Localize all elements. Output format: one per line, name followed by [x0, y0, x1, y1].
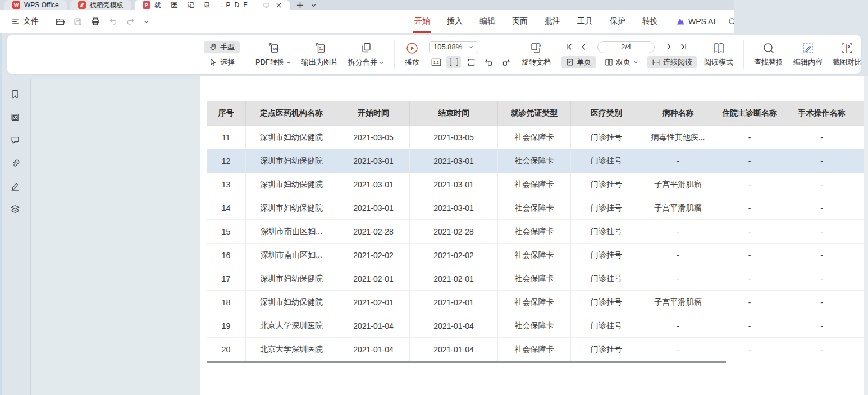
menu-annotate[interactable]: 批注 [543, 14, 561, 29]
first-page-button[interactable] [561, 41, 576, 53]
pdf-convert-button[interactable]: W PDF转换 [250, 42, 296, 67]
double-page-label: 双页 [616, 57, 631, 67]
table-cell: 子宫平滑肌瘤 [642, 173, 714, 196]
rotate-document-icon [529, 42, 543, 55]
next-page-button[interactable] [661, 41, 676, 53]
menu-home[interactable]: 开始 [413, 14, 431, 29]
single-page-label: 单页 [577, 57, 591, 67]
zoom-level-select[interactable]: 105.88% [429, 41, 478, 53]
folder-open-icon[interactable] [55, 16, 65, 26]
last-page-button[interactable] [676, 41, 691, 53]
rotate-left-button[interactable] [481, 56, 496, 68]
new-tab-button[interactable] [293, 1, 307, 10]
fit-page-button[interactable] [464, 56, 478, 68]
double-page-button[interactable]: 双页 [600, 56, 643, 68]
menu-convert[interactable]: 转换 [641, 14, 659, 29]
hamburger-icon [11, 17, 20, 26]
table-row: 20北京大学深圳医院2021-01-042021-01-04社会保障卡门诊挂号-… [207, 338, 866, 361]
table-cell: - [714, 126, 785, 149]
table-cell: 2021-03-01 [410, 173, 498, 196]
wps-ai-menu[interactable]: WPS AI [676, 17, 715, 26]
vertical-scrollbar[interactable] [864, 76, 868, 395]
tab-list-chevron-icon[interactable] [307, 1, 320, 10]
table-cell: 2021-02-01 [337, 291, 410, 314]
table-row: 13深圳市妇幼保健院2021-03-012021-03-01社会保障卡门诊挂号子… [207, 173, 866, 196]
table-cell: - [785, 338, 858, 361]
hand-tool-button[interactable]: 手型 [204, 41, 240, 53]
table-cell: 2021-03-01 [337, 196, 410, 220]
undo-icon[interactable] [108, 17, 118, 26]
single-page-button[interactable]: 单页 [561, 56, 596, 68]
menu-edit[interactable]: 编辑 [478, 14, 496, 29]
layers-icon[interactable] [9, 203, 21, 215]
continuous-read-label: 连续阅读 [663, 57, 692, 67]
table-cell: 深圳市妇幼保健院 [246, 149, 337, 173]
previous-page-button[interactable] [576, 41, 591, 53]
table-cell: 社会保障卡 [498, 149, 571, 173]
table-cell: 社会保障卡 [498, 338, 571, 361]
close-icon[interactable] [276, 2, 282, 8]
tab-pdf-document[interactable]: P 就 医 记 录 .PDF [135, 0, 290, 10]
screenshot-compare-button[interactable]: 截图对比 [828, 42, 867, 67]
table-cell: 深圳市妇幼保健院 [246, 196, 337, 220]
table-cell: 门诊挂号 [571, 314, 642, 338]
rotate-right-button[interactable] [499, 56, 513, 68]
edit-content-icon [801, 42, 815, 55]
find-replace-button[interactable]: 查找替换 [749, 42, 788, 67]
bookmark-icon[interactable] [9, 88, 21, 100]
table-cell: - [785, 149, 858, 173]
table-row: 17深圳市妇幼保健院2021-02-012021-02-01社会保障卡门诊挂号-… [207, 267, 866, 291]
actual-size-button[interactable]: 1:1 [429, 56, 444, 68]
table-header-cell: 开始时间 [337, 101, 410, 126]
menu-page[interactable]: 页面 [511, 14, 529, 29]
menu-protect[interactable]: 保护 [609, 14, 627, 29]
export-image-button[interactable]: 输出为图片 [296, 42, 343, 67]
select-tool-button[interactable]: 选择 [204, 56, 240, 68]
pdf-convert-label: PDF转换 [255, 57, 285, 67]
tab-wps-office[interactable]: W WPS Office [4, 0, 67, 10]
table-cell: - [714, 173, 785, 196]
split-merge-button[interactable]: 拆分合并 [343, 42, 389, 67]
table-cell: 2021-01-04 [337, 338, 410, 361]
redo-icon[interactable] [126, 17, 135, 26]
table-cell: - [642, 338, 714, 361]
menu-insert[interactable]: 插入 [446, 14, 464, 29]
attachment-icon[interactable] [9, 157, 21, 169]
continuous-read-button[interactable]: 连续阅读 [647, 56, 697, 68]
table-cell: 17 [207, 267, 246, 291]
table-header-cell: 病种名称 [642, 101, 714, 126]
tab-docer-templates[interactable]: 找稻壳模板 [70, 0, 131, 10]
read-mode-icon [712, 42, 725, 55]
quick-access-chevron-icon[interactable] [143, 19, 149, 25]
play-button[interactable]: 播放 [400, 42, 424, 67]
svg-text:W: W [273, 47, 277, 52]
monitor-icon[interactable] [263, 2, 270, 9]
fit-width-button[interactable] [446, 56, 461, 68]
cursor-icon [209, 58, 217, 66]
comment-icon[interactable] [9, 134, 21, 146]
table-row: 14深圳市妇幼保健院2021-03-012021-03-01社会保障卡门诊挂号子… [207, 196, 866, 220]
menu-tools[interactable]: 工具 [576, 14, 594, 29]
double-page-icon [605, 58, 613, 66]
save-icon[interactable] [73, 17, 83, 26]
table-cell: 门诊挂号 [571, 220, 642, 244]
export-image-icon [313, 42, 327, 55]
table-row: 18深圳市妇幼保健院2021-02-012021-02-01社会保障卡门诊挂号子… [207, 291, 866, 314]
read-mode-button[interactable]: 阅读模式 [699, 42, 738, 67]
print-icon[interactable] [90, 16, 100, 26]
file-menu[interactable]: 文件 [8, 16, 42, 26]
edit-content-label: 编辑内容 [793, 57, 823, 67]
table-cell: - [785, 267, 858, 291]
tab-label: 找稻壳模板 [90, 1, 124, 10]
thumbnail-icon[interactable] [9, 111, 21, 123]
edit-content-button[interactable]: 编辑内容 [788, 42, 828, 67]
table-cell: 2021-01-04 [410, 314, 498, 338]
table-cell: 19 [207, 314, 246, 338]
divider [743, 40, 744, 69]
pdf-logo-icon: P [143, 1, 150, 9]
table-cell: 15 [207, 220, 246, 244]
page-indicator-input[interactable]: 2/4 [597, 41, 655, 53]
rotate-document-button[interactable]: 旋转文档 [517, 42, 556, 67]
table-cell: 社会保障卡 [498, 244, 571, 267]
signature-icon[interactable] [9, 180, 21, 192]
